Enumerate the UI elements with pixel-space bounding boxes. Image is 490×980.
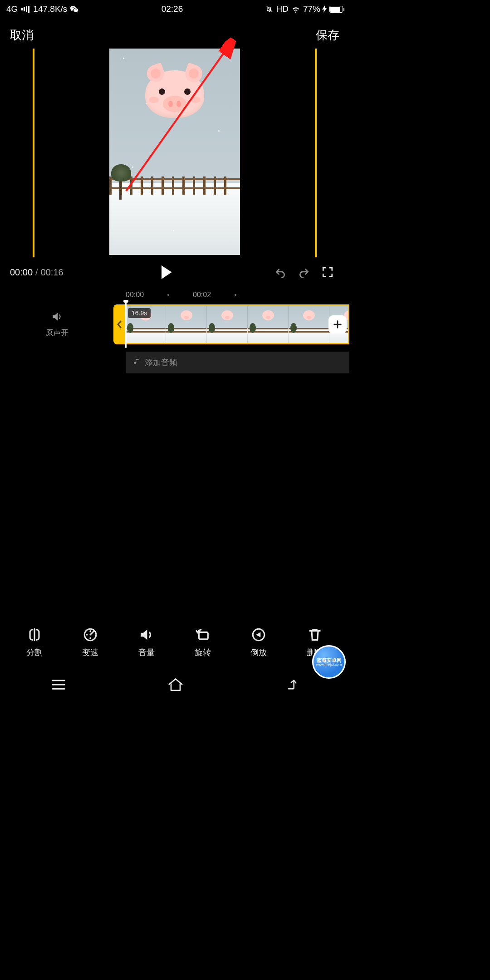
rotate-icon [195,627,211,642]
ruler-dot [167,294,169,296]
status-time: 02:26 [162,4,183,14]
watermark-title: 蓝莓安卓网 [317,657,342,663]
play-button[interactable] [157,265,175,279]
tool-reverse[interactable]: 倒放 [238,627,279,658]
svg-line-0 [126,42,231,191]
ruler-tick-0: 00:00 [126,291,144,299]
split-icon [27,627,42,642]
timeline-track: 原声开 16.9s [0,304,349,345]
network-type: 4G [6,4,18,14]
status-bar: 4G 147.8K/s 02:26 HD 77% [0,0,349,18]
charging-icon [322,5,327,13]
original-sound-toggle[interactable]: 原声开 [0,311,113,338]
fullscreen-button[interactable] [316,266,339,278]
clip-duration-badge: 16.9s [128,308,151,318]
speed-icon [83,627,98,642]
trash-icon [307,627,323,642]
tool-speed-label: 变速 [82,647,98,658]
battery-pct: 77% [303,4,320,14]
add-audio-button[interactable]: 添加音频 [126,352,349,373]
clip-left-handle[interactable] [113,304,125,344]
status-left: 4G 147.8K/s [6,4,79,14]
redo-button[interactable] [292,266,316,278]
speaker-icon [0,311,113,325]
current-time: 00:00 [10,267,33,278]
reverse-icon [251,627,266,642]
music-note-icon [133,358,140,368]
nav-menu-button[interactable] [51,679,66,690]
original-sound-label: 原声开 [45,328,69,337]
add-clip-button[interactable] [328,315,347,333]
watermark-url: www.lmkjst.com [316,663,342,667]
battery-icon [329,6,343,13]
nav-back-button[interactable] [285,678,299,691]
preview-area [0,49,349,257]
annotation-arrow [0,32,349,259]
tool-rotate-label: 旋转 [195,647,211,658]
time-separator: / [35,267,38,278]
ruler-tick-1: 00:02 [193,291,211,299]
signal-icon [21,6,29,13]
tool-rotate[interactable]: 旋转 [182,627,223,658]
tool-reverse-label: 倒放 [250,647,267,658]
wifi-icon [291,5,300,13]
tool-volume[interactable]: 音量 [126,627,167,658]
add-audio-label: 添加音频 [145,357,177,368]
tool-split-label: 分割 [26,647,43,658]
timeline-ruler: 00:00 00:02 [0,283,349,304]
tool-volume-label: 音量 [138,647,155,658]
system-nav-bar [0,671,349,699]
wechat-icon [70,5,79,13]
svg-rect-2 [199,632,208,639]
volume-icon [139,627,154,642]
nav-home-button[interactable] [167,678,184,691]
video-clip[interactable] [125,304,349,344]
tool-split[interactable]: 分割 [14,627,55,658]
watermark-badge: 蓝莓安卓网 www.lmkjst.com [312,645,346,679]
ruler-dot [235,294,236,296]
status-right: HD 77% [265,4,343,14]
playhead[interactable] [125,301,127,348]
tool-speed[interactable]: 变速 [70,627,111,658]
hd-label: HD [276,4,289,14]
mute-icon [265,5,274,13]
total-time: 00:16 [41,267,64,278]
tool-bar: 分割 变速 音量 旋转 倒放 删除 [0,627,349,666]
network-speed: 147.8K/s [33,4,67,14]
undo-button[interactable] [269,266,292,278]
playback-controls: 00:00 / 00:16 [0,257,349,283]
